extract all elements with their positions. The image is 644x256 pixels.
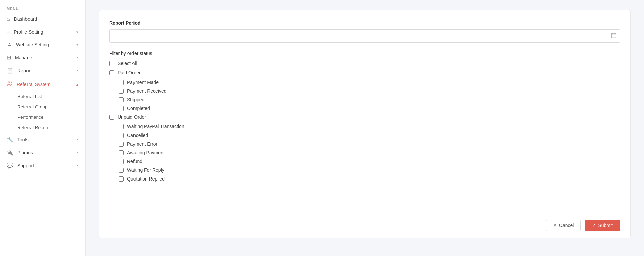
- sidebar-subitem-performance[interactable]: Performance: [0, 112, 85, 122]
- payment-error-checkbox[interactable]: [119, 142, 124, 147]
- refund-row: Refund: [119, 159, 620, 164]
- submit-button[interactable]: ✓ Submit: [585, 220, 620, 231]
- menu-label: MENU: [0, 3, 85, 13]
- manage-icon: ⊞: [7, 54, 11, 61]
- awaiting-payment-row: Awaiting Payment: [119, 150, 620, 155]
- cancelled-label[interactable]: Cancelled: [127, 133, 148, 138]
- paid-order-checkbox[interactable]: [109, 70, 114, 75]
- filter-label: Filter by order status: [109, 51, 620, 56]
- awaiting-payment-checkbox[interactable]: [119, 150, 124, 155]
- report-icon: 📋: [7, 67, 13, 74]
- waiting-paypal-label[interactable]: Waiting PayPal Transaction: [127, 124, 184, 129]
- referral-icon: [7, 81, 13, 88]
- select-all-checkbox[interactable]: [109, 61, 114, 66]
- cancel-x-icon: ✕: [553, 223, 557, 228]
- shipped-label[interactable]: Shipped: [127, 97, 144, 102]
- cancelled-row: Cancelled: [119, 133, 620, 138]
- home-icon: ⌂: [7, 16, 10, 22]
- unpaid-order-row: Unpaid Order: [109, 114, 620, 120]
- waiting-for-reply-checkbox[interactable]: [119, 168, 124, 173]
- sidebar-item-label: Website Setting: [16, 42, 49, 47]
- unpaid-order-label[interactable]: Unpaid Order: [118, 114, 146, 120]
- chevron-down-icon: ▾: [76, 163, 78, 168]
- payment-received-row: Payment Received: [119, 88, 620, 94]
- refund-checkbox[interactable]: [119, 159, 124, 164]
- quotation-replied-row: Quotation Replied: [119, 176, 620, 182]
- chevron-down-icon: ▾: [76, 30, 78, 34]
- sidebar-item-profile-setting[interactable]: ≡ Profile Setting ▾: [0, 25, 85, 38]
- main-content: Report Period Filter by order status Sel…: [86, 0, 644, 256]
- chevron-down-icon: ▾: [76, 55, 78, 60]
- waiting-paypal-row: Waiting PayPal Transaction: [119, 124, 620, 129]
- chevron-up-icon: ▴: [76, 82, 78, 87]
- cancel-button[interactable]: ✕ Cancel: [546, 220, 581, 231]
- payment-made-label[interactable]: Payment Made: [127, 80, 159, 85]
- completed-row: Completed: [119, 106, 620, 111]
- shipped-row: Shipped: [119, 97, 620, 102]
- payment-received-checkbox[interactable]: [119, 89, 124, 94]
- payment-made-row: Payment Made: [119, 80, 620, 85]
- shipped-checkbox[interactable]: [119, 97, 124, 102]
- sidebar-item-label: Tools: [17, 137, 29, 142]
- payment-made-checkbox[interactable]: [119, 80, 124, 85]
- completed-label[interactable]: Completed: [127, 106, 150, 111]
- profile-icon: ≡: [7, 29, 10, 35]
- content-card: Report Period Filter by order status Sel…: [99, 10, 631, 238]
- cancelled-checkbox[interactable]: [119, 133, 124, 138]
- sidebar-item-label: Dashboard: [14, 16, 37, 22]
- chevron-down-icon: ▾: [76, 43, 78, 47]
- unpaid-order-checkbox[interactable]: [109, 115, 114, 120]
- sidebar-item-label: Plugins: [17, 150, 33, 155]
- waiting-for-reply-row: Waiting For Reply: [119, 167, 620, 173]
- sidebar-item-support[interactable]: 💬 Support ▾: [0, 159, 85, 172]
- payment-error-row: Payment Error: [119, 141, 620, 147]
- payment-received-label[interactable]: Payment Received: [127, 88, 167, 94]
- card-footer: ✕ Cancel ✓ Submit: [546, 220, 620, 231]
- date-range-input[interactable]: [109, 29, 620, 43]
- select-all-label[interactable]: Select All: [118, 61, 137, 66]
- support-icon: 💬: [7, 162, 13, 169]
- svg-point-0: [8, 82, 10, 83]
- waiting-paypal-checkbox[interactable]: [119, 124, 124, 129]
- refund-label[interactable]: Refund: [127, 159, 142, 164]
- sidebar-item-website-setting[interactable]: 🖥 Website Setting ▾: [0, 38, 85, 51]
- sidebar-item-label: Report: [17, 68, 32, 73]
- sidebar-item-tools[interactable]: 🔧 Tools ▾: [0, 133, 85, 146]
- chevron-down-icon: ▾: [76, 137, 78, 142]
- sidebar-item-manage[interactable]: ⊞ Manage ▾: [0, 51, 85, 64]
- paid-sub-items: Payment Made Payment Received Shipped Co…: [109, 80, 620, 111]
- submit-label: Submit: [598, 223, 613, 228]
- awaiting-payment-label[interactable]: Awaiting Payment: [127, 150, 165, 155]
- sidebar-item-label: Manage: [15, 55, 32, 60]
- sidebar-item-dashboard[interactable]: ⌂ Dashboard: [0, 13, 85, 25]
- completed-checkbox[interactable]: [119, 106, 124, 111]
- unpaid-sub-items: Waiting PayPal Transaction Cancelled Pay…: [109, 124, 620, 182]
- sidebar-subitem-referral-group[interactable]: Referral Group: [0, 102, 85, 112]
- sidebar-subitem-referral-record[interactable]: Referral Record: [0, 122, 85, 133]
- tools-icon: 🔧: [7, 136, 13, 143]
- sidebar-item-label: Referral System: [17, 82, 50, 87]
- monitor-icon: 🖥: [7, 42, 12, 48]
- select-all-row: Select All: [109, 61, 620, 66]
- payment-error-label[interactable]: Payment Error: [127, 141, 157, 147]
- sidebar-subitem-referral-list[interactable]: Referral List: [0, 91, 85, 102]
- paid-order-label[interactable]: Paid Order: [118, 70, 141, 75]
- paid-order-row: Paid Order: [109, 70, 620, 75]
- plugins-icon: 🔌: [7, 149, 13, 156]
- cancel-label: Cancel: [559, 223, 574, 228]
- report-period-label: Report Period: [109, 20, 620, 26]
- chevron-down-icon: ▾: [76, 150, 78, 155]
- quotation-replied-label[interactable]: Quotation Replied: [127, 176, 165, 182]
- sidebar-item-label: Support: [17, 163, 34, 168]
- waiting-for-reply-label[interactable]: Waiting For Reply: [127, 167, 164, 173]
- sidebar-item-plugins[interactable]: 🔌 Plugins ▾: [0, 146, 85, 159]
- chevron-down-icon: ▾: [76, 68, 78, 73]
- quotation-replied-checkbox[interactable]: [119, 176, 124, 182]
- sidebar: MENU ⌂ Dashboard ≡ Profile Setting ▾ 🖥 W…: [0, 0, 86, 256]
- sidebar-item-report[interactable]: 📋 Report ▾: [0, 64, 85, 77]
- check-icon: ✓: [592, 223, 596, 228]
- date-input-wrapper: [109, 29, 620, 43]
- sidebar-item-label: Profile Setting: [14, 29, 43, 35]
- sidebar-item-referral-system[interactable]: Referral System ▴: [0, 77, 85, 91]
